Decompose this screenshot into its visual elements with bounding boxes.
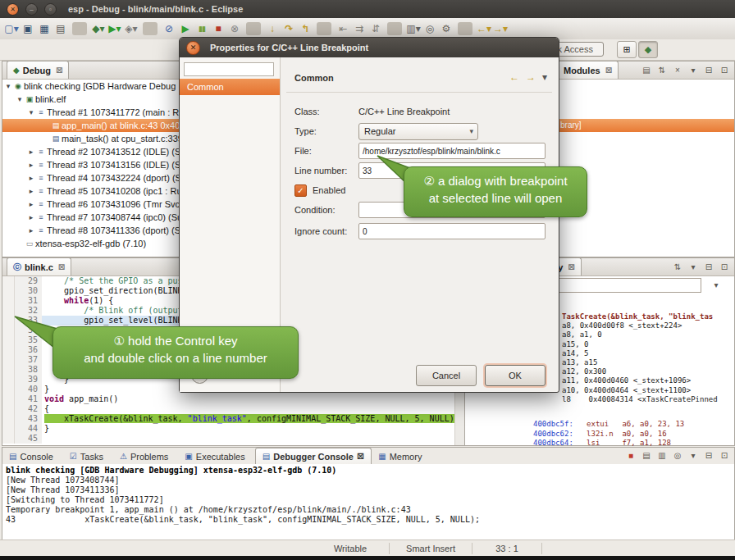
- disassembly-line[interactable]: a15, 0: [562, 340, 589, 348]
- disassembly-line[interactable]: a8, 0x400d00f8 <_stext+224>: [562, 321, 682, 330]
- annotation-ruler[interactable]: [2, 385, 15, 394]
- disassembly-line[interactable]: l8 0x40084314 <xTaskCreatePinned: [562, 395, 718, 403]
- annotation-ruler[interactable]: [2, 375, 15, 385]
- annotation-ruler[interactable]: [2, 296, 15, 306]
- step-into-icon[interactable]: ↓: [265, 21, 280, 36]
- close-view-icon[interactable]: ×: [671, 64, 684, 76]
- line-number[interactable]: 44: [15, 424, 42, 434]
- tab-blink-c[interactable]: ⓒ blink.c ⊠: [7, 257, 71, 275]
- console-tab[interactable]: ☑ Tasks: [63, 448, 113, 464]
- suspend-icon[interactable]: ▮▮: [194, 21, 209, 36]
- maximize-icon[interactable]: ⊡: [718, 261, 731, 273]
- twistie-icon[interactable]: ▸: [27, 171, 35, 184]
- ignore-count-input[interactable]: [358, 223, 546, 239]
- twistie-icon[interactable]: ▸: [27, 158, 35, 171]
- step-filters-icon[interactable]: ⇵: [368, 21, 383, 36]
- close-icon[interactable]: ⊠: [357, 451, 364, 462]
- line-number[interactable]: 30: [15, 286, 42, 296]
- twistie-icon[interactable]: ▾: [16, 93, 24, 106]
- twistie-icon[interactable]: ▸: [27, 224, 35, 237]
- disassembly-line[interactable]: a10, 0x400d0464 <_stext+1100>: [562, 386, 691, 394]
- type-select[interactable]: Regular ▾: [358, 123, 478, 140]
- back-icon[interactable]: ←▾: [477, 21, 491, 36]
- console-tab[interactable]: ▤ Debugger Console ⊠: [255, 448, 372, 464]
- terminate-icon[interactable]: ■: [624, 449, 637, 462]
- separator[interactable]: [387, 22, 402, 35]
- pin-console-icon[interactable]: ◎: [671, 449, 684, 462]
- close-icon[interactable]: ⊠: [568, 262, 574, 271]
- line-number[interactable]: 29: [15, 276, 42, 286]
- line-number[interactable]: 42: [15, 404, 42, 414]
- console-output[interactable]: blink checking [GDB Hardware Debugging] …: [2, 464, 734, 540]
- ok-button[interactable]: OK: [485, 365, 546, 386]
- forward-icon[interactable]: →▾: [493, 21, 508, 36]
- sidebar-item-common[interactable]: Common: [180, 79, 280, 95]
- minimize-icon[interactable]: ⊟: [702, 64, 715, 76]
- minimize-icon[interactable]: ⊟: [702, 261, 715, 273]
- code-line[interactable]: 42 {: [2, 404, 465, 414]
- line-number[interactable]: 43: [15, 414, 42, 424]
- minimize-icon[interactable]: ⊟: [702, 449, 715, 462]
- twistie-icon[interactable]: ▾: [4, 80, 12, 93]
- separator[interactable]: [458, 22, 472, 35]
- line-number[interactable]: 45: [15, 434, 42, 444]
- line-number[interactable]: 31: [15, 296, 42, 306]
- twistie-icon[interactable]: ▸: [27, 145, 35, 158]
- skip-breakpoints-icon[interactable]: ⊘: [162, 21, 176, 36]
- twistie-icon[interactable]: ▸: [27, 184, 35, 198]
- line-number[interactable]: 38: [15, 365, 42, 375]
- tab-modules[interactable]: Modules ⊠: [557, 61, 619, 79]
- annotation-ruler[interactable]: [2, 404, 15, 414]
- annotation-ruler[interactable]: [2, 394, 15, 404]
- maximize-icon[interactable]: ⊡: [718, 449, 731, 462]
- open-perspective-icon[interactable]: ⊞: [617, 41, 637, 58]
- annotation-ruler[interactable]: [2, 365, 15, 375]
- forward-icon[interactable]: →: [526, 71, 536, 83]
- code-line[interactable]: 44 }: [2, 424, 465, 434]
- view-menu-icon[interactable]: ▾: [687, 64, 700, 76]
- tab-debug[interactable]: ◆ Debug ⊠: [7, 61, 69, 79]
- console-tab[interactable]: ▦ Memory: [372, 448, 431, 464]
- line-number[interactable]: 37: [15, 355, 42, 365]
- annotation-ruler[interactable]: [2, 434, 15, 444]
- disconnect-icon[interactable]: ⊗: [227, 21, 242, 36]
- line-number[interactable]: 40: [15, 385, 42, 394]
- dialog-close-button[interactable]: ✕: [186, 41, 200, 55]
- refresh-icon[interactable]: ⇅: [655, 64, 669, 76]
- window-close-button[interactable]: ✕: [7, 3, 19, 16]
- step-return-icon[interactable]: ↰: [298, 21, 313, 36]
- code-line[interactable]: 41 void app_main(): [2, 394, 465, 404]
- run-icon[interactable]: ▶▾: [107, 21, 122, 36]
- terminate-icon[interactable]: ■: [211, 21, 226, 36]
- clear-console-icon[interactable]: ▤: [640, 449, 653, 462]
- code-line[interactable]: 43 xTaskCreate(&blink_task, "blink_task"…: [2, 414, 465, 424]
- chevron-down-icon[interactable]: ▾: [710, 279, 723, 291]
- twistie-icon[interactable]: ▾: [27, 106, 35, 119]
- annotation-ruler[interactable]: [2, 414, 15, 424]
- scroll-lock-icon[interactable]: ▥: [655, 449, 669, 462]
- annotation-ruler[interactable]: [2, 276, 15, 286]
- window-maximize-button[interactable]: ▫: [44, 3, 57, 16]
- save-icon[interactable]: ▣: [21, 21, 35, 36]
- separator[interactable]: [317, 22, 331, 35]
- separator[interactable]: [72, 22, 87, 35]
- disassembly-line[interactable]: a12, 0x300: [562, 367, 606, 376]
- view-menu-icon[interactable]: ▾: [687, 261, 700, 273]
- print-icon[interactable]: ▤: [53, 21, 68, 36]
- filter-input[interactable]: [184, 62, 274, 76]
- disassembly-line[interactable]: a13, a15: [562, 358, 597, 367]
- view-menu-icon[interactable]: ▾: [542, 71, 547, 83]
- disassembly-line[interactable]: a11, 0x400d0460 <_stext+1096>: [562, 376, 691, 385]
- pin-icon[interactable]: ◎: [422, 21, 437, 36]
- dialog-titlebar[interactable]: ✕ Properties for C/C++ Line Breakpoint: [180, 38, 559, 57]
- enabled-checkb ox[interactable]: ✓: [294, 184, 307, 197]
- new-console-icon[interactable]: ▥▾: [406, 21, 421, 36]
- twistie-icon[interactable]: ▸: [27, 211, 35, 224]
- console-tab[interactable]: ⚠ Problems: [113, 448, 178, 464]
- close-icon[interactable]: ⊠: [56, 66, 62, 75]
- collapse-all-icon[interactable]: ▤: [640, 64, 653, 76]
- resume-icon[interactable]: ▶: [178, 21, 193, 36]
- new-wizard-icon[interactable]: ▢▾: [4, 21, 19, 36]
- disassembly-line[interactable]: a8, a1, 0: [562, 330, 602, 339]
- maximize-icon[interactable]: ⊡: [718, 64, 731, 76]
